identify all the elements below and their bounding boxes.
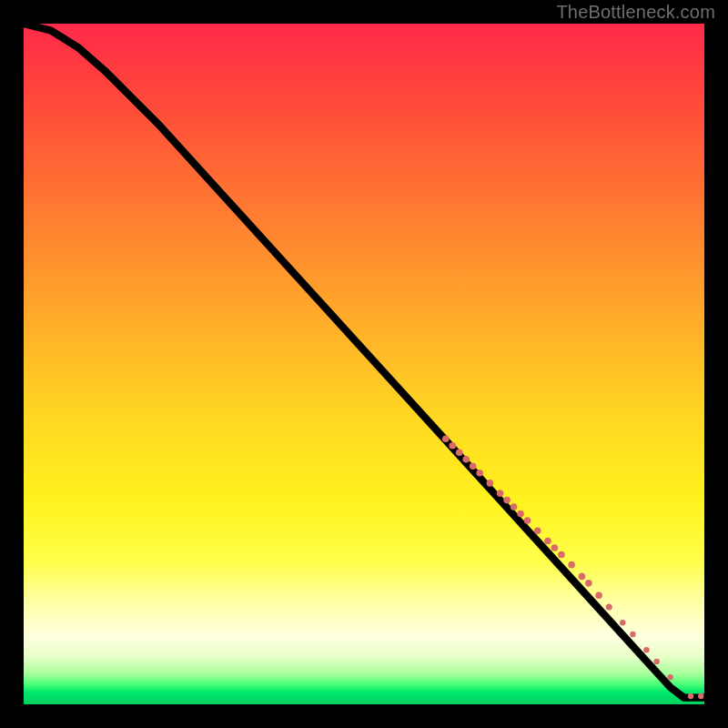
plot-area <box>24 24 704 704</box>
highlight-dot <box>511 503 518 511</box>
highlight-dot <box>630 632 635 637</box>
highlight-dot <box>667 674 672 680</box>
highlight-dot <box>544 538 551 545</box>
highlight-dot <box>698 693 703 699</box>
chart-frame: TheBottleneck.com <box>0 0 728 728</box>
highlight-dot <box>449 442 456 450</box>
watermark-text: TheBottleneck.com <box>556 2 715 23</box>
highlight-dot <box>653 659 659 664</box>
highlight-dot <box>606 604 612 611</box>
highlight-dot <box>595 592 602 600</box>
highlight-dot <box>470 462 477 470</box>
highlight-dot <box>456 449 463 456</box>
highlight-dot <box>558 551 565 559</box>
bottleneck-curve <box>24 24 704 698</box>
highlight-dot <box>620 620 625 625</box>
chart-svg <box>24 24 704 704</box>
highlight-dot <box>688 693 693 699</box>
highlight-dot <box>517 511 524 518</box>
highlight-dot <box>585 580 592 587</box>
highlight-dots <box>442 435 704 699</box>
highlight-dot <box>579 573 586 581</box>
highlight-dot <box>487 480 494 487</box>
highlight-dot <box>462 456 470 463</box>
highlight-dot <box>524 517 531 524</box>
highlight-dot <box>643 647 649 652</box>
highlight-dot <box>476 470 483 477</box>
highlight-dot <box>497 490 504 497</box>
highlight-dot <box>534 527 541 534</box>
highlight-dot <box>551 544 559 551</box>
highlight-dot <box>503 497 511 504</box>
highlight-dot <box>568 561 575 569</box>
highlight-dot <box>442 435 450 442</box>
